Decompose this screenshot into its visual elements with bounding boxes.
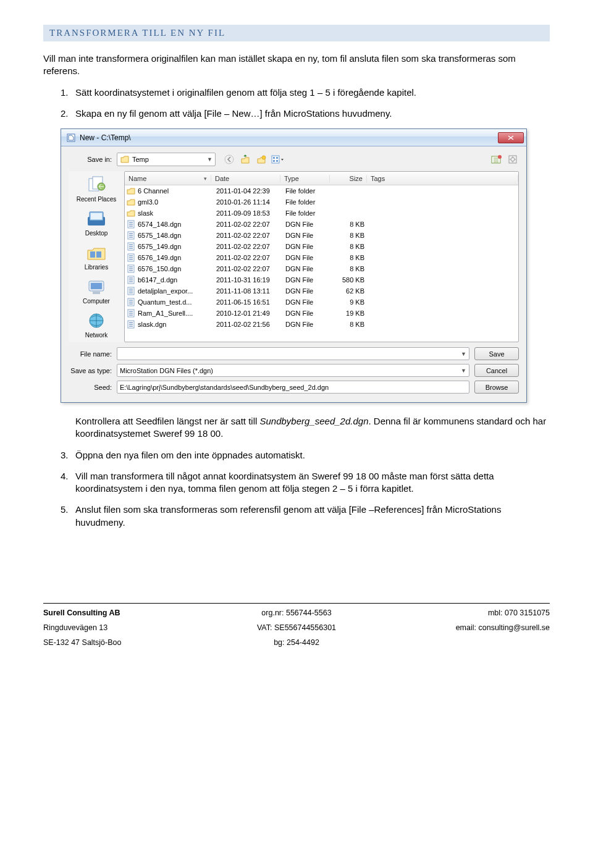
- saveastype-value: MicroStation DGN Files (*.dgn): [120, 367, 461, 374]
- file-row[interactable]: 6575_149.dgn2011-02-02 22:07DGN File8 KB: [125, 241, 518, 252]
- file-name: 6 Channel: [138, 187, 212, 195]
- file-row[interactable]: slask2011-09-09 18:53File folder: [125, 208, 518, 219]
- file-row[interactable]: slask.dgn2011-02-02 21:56DGN File8 KB: [125, 319, 518, 330]
- file-type: DGN File: [282, 265, 331, 272]
- step-text: Skapa en ny fil genom att välja [File – …: [75, 107, 550, 120]
- places-item[interactable]: Network: [69, 311, 124, 339]
- file-name: slask.dgn: [138, 321, 212, 328]
- file-row[interactable]: gml3.02010-01-26 11:14File folder: [125, 196, 518, 208]
- step-number: 4.: [61, 470, 75, 495]
- newfolder-icon[interactable]: [255, 153, 267, 166]
- file-name: slask: [138, 209, 212, 217]
- cancel-button[interactable]: Cancel: [474, 364, 519, 377]
- file-row[interactable]: Quantum_test.d...2011-06-15 16:51DGN Fil…: [125, 297, 518, 308]
- dgn-file-icon: [126, 231, 136, 240]
- places-label: Recent Places: [69, 196, 124, 203]
- file-row[interactable]: b6147_d.dgn2011-10-31 16:19DGN File580 K…: [125, 274, 518, 285]
- places-item[interactable]: Computer: [69, 277, 124, 305]
- file-date: 2010-01-26 11:14: [212, 198, 282, 206]
- file-date: 2011-02-02 22:07: [212, 265, 282, 272]
- note-file: Sundbyberg_seed_2d.dgn: [260, 416, 369, 426]
- column-headers[interactable]: Name▾ Date Type Size Tags: [125, 172, 518, 185]
- save-button[interactable]: Save: [474, 347, 519, 360]
- step-item: 4.Vill man transformera till något annat…: [61, 470, 550, 495]
- svg-point-1: [225, 155, 233, 164]
- file-size: 19 KB: [331, 310, 368, 317]
- option-icon-2[interactable]: [507, 153, 519, 166]
- up-icon[interactable]: [239, 153, 251, 166]
- svg-rect-6: [276, 157, 278, 159]
- browse-button[interactable]: Browse: [474, 381, 519, 394]
- filename-input[interactable]: ▼: [117, 347, 469, 360]
- svg-rect-21: [91, 283, 102, 289]
- svg-rect-5: [273, 160, 275, 162]
- svg-rect-3: [272, 156, 279, 163]
- file-name: 6576_149.dgn: [138, 254, 212, 261]
- file-row[interactable]: Ram_A1_Surell....2010-12-01 21:49DGN Fil…: [125, 308, 518, 319]
- current-folder: Temp: [132, 156, 207, 163]
- chevron-down-icon: ▼: [461, 351, 466, 357]
- svg-rect-4: [273, 157, 275, 159]
- places-bar: Recent PlacesDesktopLibrariesComputerNet…: [69, 171, 124, 342]
- step-number: 3.: [61, 449, 75, 461]
- places-label: Computer: [69, 298, 124, 305]
- file-type: DGN File: [282, 221, 331, 228]
- footer-addr2: SE-132 47 Saltsjö-Boo: [43, 638, 211, 647]
- file-size: 8 KB: [331, 321, 368, 328]
- places-item[interactable]: Desktop: [69, 209, 124, 237]
- file-type: DGN File: [282, 321, 331, 328]
- file-row[interactable]: 6575_148.dgn2011-02-02 22:07DGN File8 KB: [125, 230, 518, 241]
- dgn-file-icon: [126, 320, 136, 329]
- footer-orgnr: org.nr: 556744-5563: [213, 609, 381, 617]
- col-name: Name: [128, 175, 146, 182]
- close-button[interactable]: [498, 132, 524, 143]
- file-type: DGN File: [282, 232, 331, 239]
- file-list[interactable]: 6 Channel2011-01-04 22:39File foldergml3…: [125, 185, 518, 342]
- step-text: Anslut filen som ska transformeras som r…: [75, 504, 550, 529]
- file-date: 2011-10-31 16:19: [212, 276, 282, 284]
- file-type: DGN File: [282, 276, 331, 284]
- step-item: 3.Öppna den nya filen om den inte öppnad…: [61, 449, 550, 461]
- seed-path-field[interactable]: E:\Lagring\prj\Sundbyberg\standards\seed…: [117, 381, 469, 394]
- file-type: DGN File: [282, 310, 331, 317]
- file-type: DGN File: [282, 287, 331, 295]
- back-icon[interactable]: [223, 153, 235, 166]
- saveastype-dropdown[interactable]: MicroStation DGN Files (*.dgn) ▼: [117, 364, 469, 377]
- step-number: 5.: [61, 504, 75, 529]
- saveastype-label: Save as type:: [69, 367, 117, 374]
- places-icon: [84, 243, 109, 263]
- footer-mbl: mbl: 070 3151075: [382, 609, 550, 617]
- option-icon-1[interactable]: [490, 153, 503, 166]
- steps-list-top: 1.Sätt koordinatsystemet i originalfilen…: [61, 86, 550, 120]
- file-size: 8 KB: [331, 243, 368, 250]
- file-size: 8 KB: [331, 254, 368, 261]
- step-item: 2.Skapa en ny fil genom att välja [File …: [61, 107, 550, 120]
- filename-label: File name:: [69, 350, 117, 358]
- col-date: Date: [211, 175, 280, 182]
- places-label: Network: [69, 332, 124, 339]
- intro-paragraph: Vill man inte transformera originalfilen…: [43, 53, 550, 78]
- svg-point-9: [498, 155, 502, 159]
- file-date: 2011-01-04 22:39: [212, 187, 282, 195]
- file-row[interactable]: 6574_148.dgn2011-02-02 22:07DGN File8 KB: [125, 219, 518, 230]
- file-listing: Name▾ Date Type Size Tags 6 Channel2011-…: [124, 171, 519, 342]
- file-row[interactable]: 6 Channel2011-01-04 22:39File folder: [125, 185, 518, 196]
- file-name: 6574_148.dgn: [138, 221, 212, 228]
- savein-dropdown[interactable]: Temp ▼: [117, 153, 216, 166]
- chevron-down-icon: ▼: [207, 156, 212, 162]
- file-type: File folder: [282, 209, 331, 217]
- file-row[interactable]: 6576_150.dgn2011-02-02 22:07DGN File8 KB: [125, 263, 518, 274]
- file-row[interactable]: detaljplan_expor...2011-11-08 13:11DGN F…: [125, 285, 518, 297]
- file-date: 2011-09-09 18:53: [212, 209, 282, 217]
- places-item[interactable]: Recent Places: [69, 175, 124, 203]
- seed-value: E:\Lagring\prj\Sundbyberg\standards\seed…: [120, 384, 466, 391]
- note-prefix: Kontrollera att Seedfilen längst ner är …: [75, 416, 260, 426]
- step-text: Sätt koordinatsystemet i originalfilen g…: [75, 86, 550, 99]
- places-item[interactable]: Libraries: [69, 243, 124, 271]
- file-size: 8 KB: [331, 232, 368, 239]
- viewmenu-icon[interactable]: [271, 153, 284, 166]
- dgn-file-icon: [126, 298, 136, 306]
- file-type: DGN File: [282, 298, 331, 306]
- file-row[interactable]: 6576_149.dgn2011-02-02 22:07DGN File8 KB: [125, 252, 518, 263]
- dgn-file-icon: [126, 220, 136, 229]
